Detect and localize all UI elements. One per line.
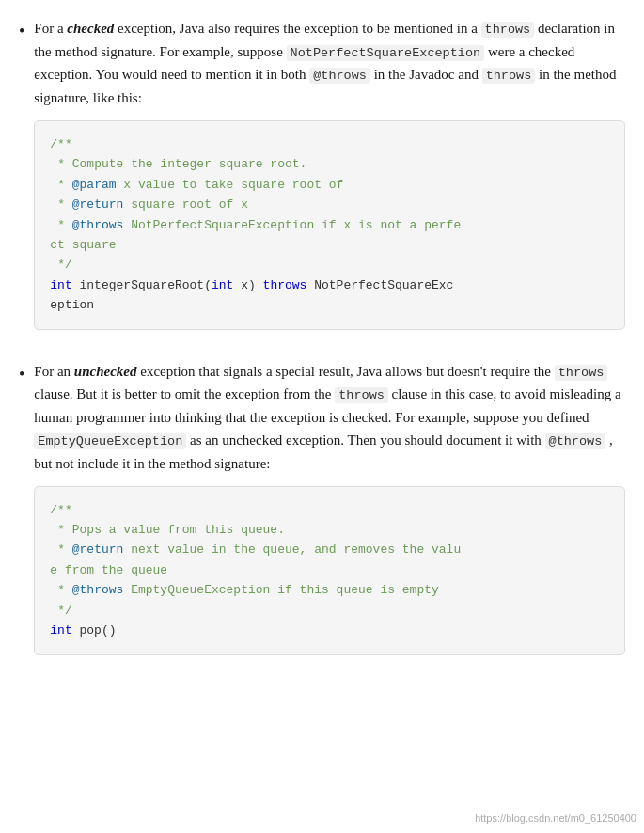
code-tag: @throws — [72, 218, 124, 232]
code-comment: /** — [50, 503, 71, 517]
paragraph: For a checked exception, Java also requi… — [34, 17, 625, 109]
code-normal: integerSquareRoot( — [72, 278, 212, 292]
code-comment: NotPerfectSquareException if x is not a … — [123, 218, 461, 232]
code-comment: * Pops a value from this queue. — [50, 523, 285, 537]
content-block: For a checked exception, Java also requi… — [34, 17, 625, 339]
code-tag: @param — [72, 178, 117, 192]
watermark: https://blog.csdn.net/m0_61250400 — [475, 812, 636, 824]
code-tag: @return — [72, 542, 124, 557]
paragraph: For an unchecked exception that signals … — [34, 360, 625, 475]
list-item-2: •For an unchecked exception that signals… — [19, 360, 625, 665]
code-normal: NotPerfectSquareExc — [306, 278, 453, 292]
content-block: For an unchecked exception that signals … — [34, 360, 625, 665]
inline-code: throws — [335, 387, 388, 403]
inline-code: throws — [481, 22, 535, 38]
code-comment: */ — [50, 604, 71, 618]
code-comment: EmptyQueueException if this queue is emp… — [123, 583, 438, 597]
code-normal: x) — [233, 278, 262, 292]
italic-bold-text: unchecked — [74, 364, 137, 379]
code-comment: */ — [50, 258, 71, 272]
main-list: •For a checked exception, Java also requ… — [19, 17, 625, 665]
code-comment: * Compute the integer square root. — [50, 157, 306, 171]
code-block: /** * Pops a value from this queue. * @r… — [34, 486, 625, 655]
code-comment: next value in the queue, and removes the… — [123, 542, 461, 557]
code-keyword: throws — [263, 278, 307, 292]
code-keyword: int — [50, 623, 71, 637]
list-item-1: •For a checked exception, Java also requ… — [19, 17, 625, 339]
code-normal: eption — [50, 298, 94, 312]
code-keyword: int — [212, 278, 233, 292]
code-normal: pop() — [72, 623, 117, 637]
code-comment: /** — [50, 137, 71, 151]
code-block: /** * Compute the integer square root. *… — [34, 120, 625, 330]
italic-bold-text: checked — [67, 21, 114, 36]
bullet-point: • — [19, 362, 24, 387]
code-tag: @return — [72, 197, 124, 212]
inline-code: throws — [482, 68, 536, 84]
code-comment: ct square — [50, 238, 116, 252]
code-tag: @throws — [72, 583, 124, 597]
code-comment: x value to take square root of — [117, 178, 344, 192]
code-keyword: int — [50, 278, 71, 292]
inline-code: NotPerfectSquareException — [287, 45, 485, 61]
inline-code: @throws — [545, 433, 606, 449]
code-comment: square root of x — [123, 197, 248, 212]
inline-code: EmptyQueueException — [34, 433, 186, 449]
inline-code: throws — [555, 365, 608, 381]
bullet-point: • — [19, 19, 24, 44]
code-comment: e from the queue — [50, 563, 167, 577]
inline-code: @throws — [309, 68, 370, 84]
